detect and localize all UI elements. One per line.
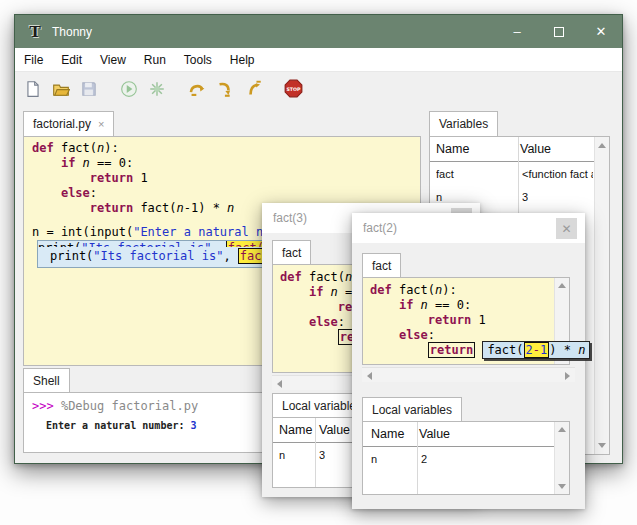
user-input: 3	[191, 420, 197, 431]
frame-window-fact2: fact(2) ✕ fact def fact(n): if n == 0: r…	[352, 213, 585, 509]
code-token: return	[428, 342, 475, 358]
minimize-button[interactable]: –	[496, 15, 538, 48]
editor-tab-close-icon[interactable]: ×	[98, 118, 104, 130]
menu-run[interactable]: Run	[135, 53, 175, 67]
run-script-icon[interactable]	[119, 79, 139, 99]
menu-view[interactable]: View	[91, 53, 135, 67]
code-token	[413, 298, 420, 312]
fact2-hscrollbar[interactable]	[362, 367, 575, 382]
code-token: print(	[38, 241, 81, 247]
step-over-icon[interactable]	[187, 79, 207, 99]
code-token: def	[280, 270, 302, 284]
code-token: == 0:	[90, 156, 133, 170]
code-token: n	[578, 343, 585, 357]
fact2-close-button[interactable]: ✕	[556, 218, 577, 239]
fact2-title: fact(2)	[363, 221, 397, 235]
titlebar[interactable]: T Thonny – ✕	[15, 15, 622, 48]
menubar: File Edit View Run Tools Help	[15, 48, 622, 72]
code-token: return	[90, 171, 133, 185]
variables-scrollbar[interactable]	[594, 137, 609, 454]
code-token: "Its factorial is"	[93, 249, 223, 263]
code-token: fact(	[228, 241, 264, 247]
col-name: Name	[371, 427, 419, 441]
code-token: fact(2-1) * n	[482, 341, 590, 359]
col-value: Value	[520, 142, 551, 156]
fact3-title: fact(3)	[273, 211, 307, 225]
code-token	[370, 328, 399, 342]
close-button[interactable]: ✕	[580, 15, 622, 48]
shell-prompt: >>>	[32, 399, 61, 413]
shell-command: %Debug factorial.py	[61, 399, 198, 413]
step-out-icon[interactable]	[243, 79, 263, 99]
col-value: Value	[419, 427, 450, 441]
cell-name: n	[436, 191, 522, 203]
code-token: if	[399, 298, 413, 312]
code-token: fact(	[54, 141, 97, 155]
code-token: ,	[211, 241, 225, 247]
fact2-titlebar[interactable]: fact(2) ✕	[352, 213, 585, 243]
code-token	[280, 315, 309, 329]
open-file-icon[interactable]	[51, 79, 71, 99]
new-file-icon[interactable]	[23, 79, 43, 99]
fact3-code-tab-label: fact	[282, 246, 301, 260]
menu-help[interactable]: Help	[221, 53, 264, 67]
code-token	[32, 156, 61, 170]
code-token: fact(	[302, 270, 345, 284]
code-token	[32, 186, 61, 200]
fact3-locals-label: Local variables	[282, 399, 362, 413]
code-token	[323, 285, 330, 299]
code-token: ):	[104, 141, 118, 155]
code-token: == 0:	[428, 298, 471, 312]
code-token: ,	[223, 249, 237, 263]
menu-edit[interactable]: Edit	[52, 53, 91, 67]
code-token: 2	[526, 343, 533, 357]
editor-tab-factorial[interactable]: factorial.py ×	[23, 111, 114, 136]
fact3-code-tab[interactable]: fact	[272, 240, 311, 264]
code-line: if n == 0:	[32, 156, 420, 171]
col-name: Name	[279, 423, 319, 437]
code-token	[280, 330, 338, 344]
code-token: else	[399, 328, 428, 342]
code-token: fact(	[487, 343, 523, 357]
menu-tools[interactable]: Tools	[175, 53, 221, 67]
cell-value: 2	[421, 453, 427, 465]
variables-tab[interactable]: Variables	[429, 111, 498, 136]
maximize-button[interactable]	[538, 15, 580, 48]
code-token: else	[309, 315, 338, 329]
variables-rows[interactable]: fact<function fact an3	[430, 162, 593, 208]
save-file-icon[interactable]	[79, 79, 99, 99]
window-title: Thonny	[52, 25, 92, 39]
code-token	[280, 300, 338, 314]
code-line: def fact(n):	[370, 283, 569, 298]
table-row[interactable]: n2	[363, 447, 553, 470]
fact2-locals-rows[interactable]: n2	[363, 447, 553, 470]
stop-icon[interactable]: STOP	[283, 79, 303, 99]
cell-value: <function fact a	[522, 168, 593, 180]
code-token: :	[338, 315, 345, 329]
code-token	[370, 343, 428, 357]
table-row[interactable]: fact<function fact a	[430, 162, 593, 185]
fact2-code-area[interactable]: def fact(n): if n == 0: return 1 else: r…	[362, 277, 570, 365]
thonny-logo-icon: T	[27, 24, 43, 40]
variables-tab-label: Variables	[439, 117, 488, 131]
fact2-locals-header: Name Value	[363, 422, 569, 447]
focused-statement: print("Its factorial is", fact(3))	[38, 247, 279, 267]
debug-script-icon[interactable]	[147, 79, 167, 99]
toolbar: STOP	[15, 72, 622, 105]
step-into-icon[interactable]	[215, 79, 235, 99]
menu-file[interactable]: File	[15, 53, 52, 67]
code-line: else:	[32, 186, 420, 201]
code-token: n	[331, 285, 338, 299]
fact2-locals-tab[interactable]: Local variables	[362, 397, 462, 421]
code-token: ):	[442, 283, 456, 297]
code-token: 1	[133, 171, 147, 185]
fact2-locals-scrollbar[interactable]	[554, 422, 569, 494]
code-token: if	[61, 156, 75, 170]
fact2-code-tab[interactable]: fact	[362, 253, 401, 277]
clipped-line: print("Its factorial is", fact(3))	[38, 241, 279, 247]
shell-tab[interactable]: Shell	[23, 368, 70, 392]
code-token	[370, 298, 399, 312]
code-line: def fact(n):	[32, 141, 420, 156]
program-output: Enter a natural number:	[46, 420, 191, 431]
cell-value: 3	[319, 449, 325, 461]
